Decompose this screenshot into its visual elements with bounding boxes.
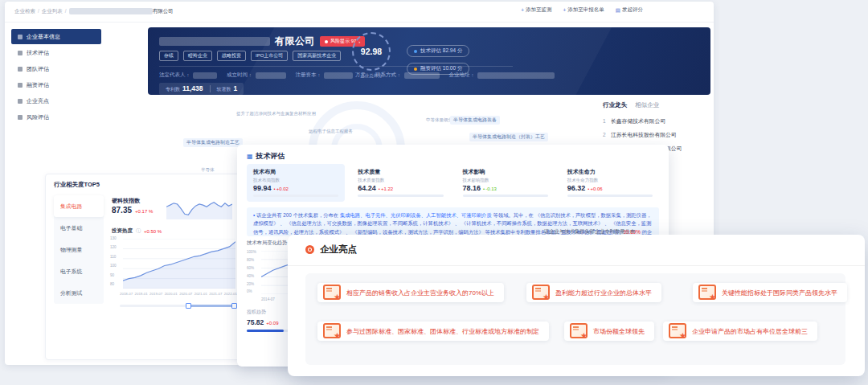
topbar-actions: +添加至监测 +添加至申报名单 ▤发起评分 xyxy=(521,6,643,14)
tab-physical-measure[interactable]: 物理测量 xyxy=(54,239,104,260)
certificate-icon: ★ xyxy=(323,285,341,300)
field-founded-date: 成立时间： xyxy=(227,72,286,79)
highlight-item: ★企业申请产品的市场占有率位居全球前三 xyxy=(663,322,817,341)
menu-item-icon xyxy=(18,51,23,55)
top5-tabs: 集成电路 电子基础 物理测量 电子系统 分析测试 xyxy=(54,195,104,304)
tab-electronic-basics[interactable]: 电子基础 xyxy=(54,217,104,239)
breadcrumb-link-search[interactable]: 企业检索 xyxy=(14,8,35,14)
redacted-company-name xyxy=(69,8,153,14)
plus-icon: + xyxy=(521,7,524,13)
wordcloud-term: 半导体集成电路制造工艺 xyxy=(183,138,243,147)
hardtech-index-label: 硬科技指数 xyxy=(112,197,140,205)
grant-value: 75.82 xyxy=(247,318,264,326)
company-tag: 存续 xyxy=(159,51,178,61)
slider-handle-right[interactable] xyxy=(231,303,237,309)
highlights-title: 企业亮点 xyxy=(320,244,357,256)
invest-heat-change: +0.50 % xyxy=(144,229,162,234)
hardtech-index-value: 87.35 xyxy=(112,206,132,215)
hardtech-mini-line-chart xyxy=(166,197,232,219)
breadcrumb-current: 有限公司 xyxy=(153,8,174,14)
total-score: 92.98 企业总评分 xyxy=(350,32,392,79)
menu-item-icon xyxy=(18,115,23,120)
add-to-monitor-button[interactable]: +添加至监测 xyxy=(521,6,551,14)
menu-item-icon xyxy=(18,83,23,88)
slider-handle-left[interactable] xyxy=(186,303,191,309)
sidebar: 企业基本信息 技术评估 团队评估 融资评估 企业亮点 风险评估 xyxy=(11,29,101,125)
wordcloud-term: 远程电子信息工程服务 xyxy=(309,129,353,134)
stat-software: 软著数1 xyxy=(217,84,238,93)
tech-eval-title: 技术评估 xyxy=(256,151,285,162)
tab-electronic-system[interactable]: 电子系统 xyxy=(54,260,104,282)
company-name-suffix: 有限公司 xyxy=(275,35,315,48)
metric-card-impact[interactable]: 技术影响 技术影响指数 78.16-0.13 xyxy=(457,164,555,202)
certificate-icon: ★ xyxy=(698,285,716,300)
highlights-divider xyxy=(288,265,865,266)
dashboard-root: 企业检索/企业列表/有限公司 +添加至监测 +添加至申报名单 ▤发起评分 企业基… xyxy=(0,0,868,385)
score-pills: 技术评估 82.94 分 融资评估 10.00 分 xyxy=(407,45,469,75)
sidebar-item-risk-eval[interactable]: 风险评估 xyxy=(11,109,101,125)
add-to-declare-list-button[interactable]: +添加至申报名单 xyxy=(563,6,604,14)
finance-score-pill: 融资评估 10.00 分 xyxy=(407,63,469,75)
info-icon[interactable]: ⓘ xyxy=(136,227,141,235)
metric-card-vitality[interactable]: 技术生命力 技术生命力指数 96.32+0.06 xyxy=(561,164,659,202)
tab-similar-companies[interactable]: 相似企业 xyxy=(635,101,659,109)
tab-integrated-circuit[interactable]: 集成电路 xyxy=(54,195,104,217)
wordcloud-term: 半导体集成电路装备 xyxy=(450,116,500,125)
top5-title: 行业相关度TOP5 xyxy=(54,181,100,189)
sidebar-item-basic-info[interactable]: 企业基本信息 xyxy=(11,29,101,44)
score-icon: ▤ xyxy=(616,7,620,14)
company-stats: 专利数11,438 软著数1 xyxy=(159,83,244,95)
highlight-item: ★相应产品的销售收入占企业主营业务收入的70%以上 xyxy=(317,283,504,302)
plus-icon: + xyxy=(563,7,567,13)
highlights-header: 企业亮点 xyxy=(305,244,357,256)
wordcloud-term: 提升了超洁净间技术与金属复合材料应用 xyxy=(236,111,316,117)
invest-heat-label: 投资热度 xyxy=(112,227,133,235)
breadcrumb: 企业检索/企业列表/有限公司 xyxy=(14,8,174,15)
trend-chart-y-axis: 100%80%60%40%20%0% xyxy=(247,251,256,294)
stat-separator xyxy=(210,85,211,92)
start-scoring-button[interactable]: ▤发起评分 xyxy=(616,6,643,14)
sidebar-item-highlights[interactable]: 企业亮点 xyxy=(11,93,101,109)
certificate-icon: ★ xyxy=(669,323,686,338)
field-legal-rep: 法定代表人： xyxy=(159,72,217,79)
highlight-item: ★市场份额全球领先 xyxy=(564,322,654,341)
invest-heat-row: 投资热度 ⓘ +0.50 % xyxy=(112,227,162,235)
date-range-slider xyxy=(120,303,237,309)
grant-change: +0.09 xyxy=(266,321,278,326)
menu-item-icon xyxy=(18,67,23,72)
peer-company-row[interactable]: 2江苏长电科技股份有限公司 xyxy=(603,128,710,141)
dot-icon xyxy=(414,50,417,53)
highlights-box: ★相应产品的销售收入占企业主营业务收入的70%以上 ★盈利能力超过行业企业的总体… xyxy=(305,273,845,365)
breadcrumb-link-list[interactable]: 企业列表 xyxy=(42,8,63,14)
tab-analysis-test[interactable]: 分析测试 xyxy=(54,282,104,304)
trend-chart-title: 技术布局变化趋势 xyxy=(247,240,287,247)
tech-metric-cards: 技术布局 技术布局指数 99.94+0.02 技术质量 技术质量指数 64.24… xyxy=(247,164,659,202)
score-label: 企业总评分 xyxy=(350,73,392,79)
company-tag: 战略投资 xyxy=(217,51,246,61)
peer-company-row[interactable]: 1长鑫存储技术有限公司 xyxy=(603,114,710,128)
sidebar-item-finance-eval[interactable]: 融资评估 xyxy=(11,77,101,92)
certificate-icon: ★ xyxy=(570,323,588,338)
invest-heat-area-chart xyxy=(123,239,235,289)
dot-icon xyxy=(414,68,417,71)
sidebar-item-tech-eval[interactable]: 技术评估 xyxy=(11,45,101,60)
invest-chart-y-axis: 1301201101009080 xyxy=(110,237,117,287)
highlight-item: ★关键性能指标处于国际同类产品领先水平 xyxy=(693,283,847,302)
hardtech-index-change: +0.17 % xyxy=(135,209,153,214)
company-name-row: 有限公司 风险提示 97› xyxy=(159,35,365,48)
sidebar-item-team-eval[interactable]: 团队评估 xyxy=(11,61,101,76)
wordcloud-term: 半导体集成电路制造（封装）工艺 xyxy=(469,133,548,141)
industry-relevance-top5-card: 行业相关度TOP5 集成电路 电子基础 物理测量 电子系统 分析测试 硬科技指数… xyxy=(45,174,241,360)
window-enterprise-highlights: 企业亮点 ★相应产品的销售收入占企业主营业务收入的70%以上 ★盈利能力超过行业… xyxy=(288,235,865,376)
company-header-card: 有限公司 风险提示 97› 存续 瞪羚企业 战略投资 IPO上市公司 国家高新技… xyxy=(148,27,710,95)
metric-card-quality[interactable]: 技术质量 技术质量指数 64.24+1.22 xyxy=(351,164,449,202)
company-tag: 瞪羚企业 xyxy=(183,51,212,61)
slider-range[interactable] xyxy=(188,305,235,307)
wordcloud-term: 半导体 xyxy=(201,167,215,173)
tech-score-pill: 技术评估 82.94 分 xyxy=(407,45,469,57)
metric-card-layout[interactable]: 技术布局 技术布局指数 99.94+0.02 xyxy=(247,164,345,202)
certificate-icon: ★ xyxy=(532,285,550,300)
tab-industry-leaders[interactable]: 行业龙头 xyxy=(603,101,627,109)
menu-item-icon xyxy=(18,99,23,104)
invest-chart-x-axis: 2018-072019-012019-072020-012020-072021-… xyxy=(120,292,237,296)
